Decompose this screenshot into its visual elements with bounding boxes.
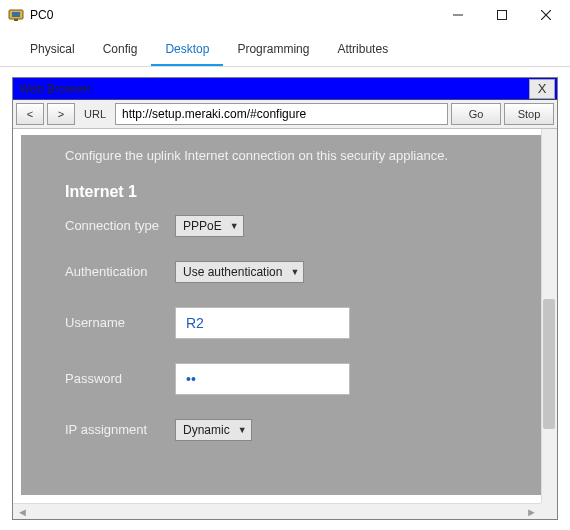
tab-desktop[interactable]: Desktop [151,36,223,66]
ip-assignment-label: IP assignment [65,422,175,437]
tab-physical[interactable]: Physical [16,36,89,66]
connection-type-select[interactable]: PPPoE ▼ [175,215,244,237]
maximize-button[interactable] [480,1,524,29]
page-content: Configure the uplink Internet connection… [21,135,549,495]
window-footer: Top [0,524,570,530]
horizontal-scrollbar[interactable]: ◄ ► [13,503,541,519]
web-browser-window: Web Browser X < > URL Go Stop Configure … [12,77,558,520]
scrollbar-thumb[interactable] [543,299,555,429]
browser-titlebar: Web Browser X [13,78,557,100]
ip-assignment-select[interactable]: Dynamic ▼ [175,419,252,441]
url-input[interactable] [115,103,448,125]
username-input[interactable] [175,307,350,339]
go-button[interactable]: Go [451,103,501,125]
tab-attributes[interactable]: Attributes [323,36,402,66]
browser-title: Web Browser [13,82,529,96]
svg-line-5 [541,10,551,20]
browser-close-button[interactable]: X [529,79,555,99]
chevron-down-icon: ▼ [238,425,247,435]
authentication-select[interactable]: Use authentication ▼ [175,261,304,283]
window-titlebar: PC0 [0,0,570,30]
svg-rect-4 [498,11,507,20]
chevron-down-icon: ▼ [290,267,299,277]
page-description: Configure the uplink Internet connection… [65,147,531,165]
scroll-corner [541,503,557,519]
app-tabs: Physical Config Desktop Programming Attr… [0,30,570,67]
close-button[interactable] [524,1,568,29]
window-title: PC0 [30,8,436,22]
minimize-button[interactable] [436,1,480,29]
forward-button[interactable]: > [47,103,75,125]
url-label: URL [78,103,112,125]
scroll-left-icon: ◄ [17,506,28,518]
password-input[interactable] [175,363,350,395]
scroll-right-icon: ► [526,506,537,518]
svg-line-6 [541,10,551,20]
svg-rect-2 [14,19,18,21]
browser-toolbar: < > URL Go Stop [13,100,557,129]
tab-programming[interactable]: Programming [223,36,323,66]
back-button[interactable]: < [16,103,44,125]
authentication-value: Use authentication [183,265,282,279]
tab-config[interactable]: Config [89,36,152,66]
section-heading: Internet 1 [65,183,531,201]
ip-assignment-value: Dynamic [183,423,230,437]
connection-type-label: Connection type [65,218,175,233]
authentication-label: Authentication [65,264,175,279]
app-icon [8,7,24,23]
svg-rect-1 [12,12,20,17]
connection-type-value: PPPoE [183,219,222,233]
password-label: Password [65,371,175,386]
chevron-down-icon: ▼ [230,221,239,231]
username-label: Username [65,315,175,330]
stop-button[interactable]: Stop [504,103,554,125]
vertical-scrollbar[interactable] [541,129,557,503]
